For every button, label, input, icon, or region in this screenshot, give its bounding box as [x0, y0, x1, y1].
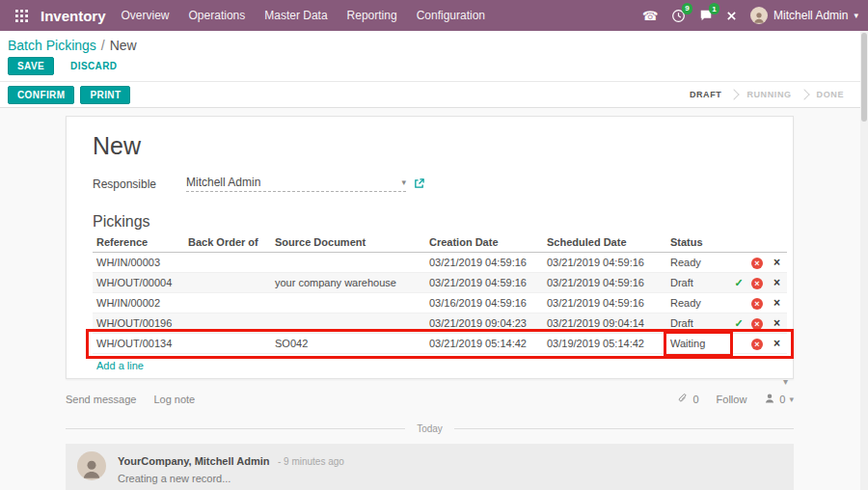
- paperclip-icon: [677, 393, 689, 406]
- top-bar: Inventory Overview Operations Master Dat…: [0, 0, 868, 31]
- activity-clock-icon[interactable]: 9: [671, 9, 686, 23]
- check-icon: ✓: [730, 313, 747, 334]
- pickings-heading: Pickings: [93, 213, 785, 231]
- delete-row-icon[interactable]: ×: [773, 276, 780, 289]
- cancel-icon[interactable]: ×: [751, 339, 763, 350]
- cell-creation-date: 03/21/2019 05:14:42: [425, 334, 543, 354]
- confirm-button[interactable]: CONFIRM: [8, 86, 74, 104]
- page-title: New: [93, 132, 785, 160]
- cell-source-document: your company warehouse: [271, 273, 425, 293]
- breadcrumb-current: New: [110, 38, 137, 53]
- responsible-input[interactable]: Mitchell Admin ▾: [186, 176, 406, 192]
- cell-source-document: [271, 313, 425, 334]
- column-header-scheduled-date[interactable]: Scheduled Date: [543, 234, 666, 253]
- check-icon: [730, 253, 747, 273]
- menu-item-overview[interactable]: Overview: [122, 9, 170, 22]
- statusbar-step-running[interactable]: RUNNING: [738, 90, 800, 99]
- table-row[interactable]: WH/IN/00003 03/21/2019 04:59:16 03/21/20…: [93, 253, 787, 273]
- cell-creation-date: 03/21/2019 09:04:23: [425, 313, 543, 334]
- message-badge: 1: [709, 3, 719, 14]
- table-row[interactable]: WH/OUT/00196 03/21/2019 09:04:23 03/21/2…: [93, 313, 787, 334]
- column-header-back-order[interactable]: Back Order of: [184, 234, 271, 253]
- sheet-collapse-chevron-icon[interactable]: ▾: [783, 376, 788, 387]
- message-timestamp: - 9 minutes ago: [278, 456, 344, 467]
- attachment-count: 0: [692, 394, 698, 405]
- messages-icon[interactable]: 1: [699, 9, 713, 22]
- cell-scheduled-date: 03/21/2019 09:04:14: [543, 313, 666, 334]
- menu-item-operations[interactable]: Operations: [189, 9, 246, 22]
- user-avatar: [750, 7, 768, 24]
- follow-button[interactable]: Follow: [717, 394, 747, 405]
- print-button[interactable]: PRINT: [80, 86, 130, 104]
- cell-source-document: [271, 253, 425, 273]
- date-divider: Today: [66, 423, 794, 434]
- form-sheet: New Responsible Mitchell Admin ▾ Picking…: [66, 116, 794, 379]
- discard-button[interactable]: DISCARD: [69, 57, 118, 75]
- breadcrumb-parent[interactable]: Batch Pickings: [8, 38, 96, 53]
- cell-reference: WH/OUT/00196: [93, 313, 184, 334]
- responsible-value: Mitchell Admin: [186, 176, 260, 189]
- cell-creation-date: 03/16/2019 04:59:16: [425, 293, 543, 313]
- responsible-field-row: Responsible Mitchell Admin ▾: [93, 176, 785, 192]
- check-icon: ✓: [730, 273, 747, 293]
- cell-scheduled-date: 03/21/2019 04:59:16: [543, 253, 666, 273]
- column-header-status[interactable]: Status: [666, 234, 730, 253]
- delete-row-icon[interactable]: ×: [773, 296, 780, 310]
- cell-status: Ready: [666, 293, 730, 313]
- breadcrumb-separator: /: [101, 38, 105, 53]
- followers-caret-down-icon: ▾: [789, 395, 794, 404]
- cancel-icon[interactable]: ×: [751, 318, 763, 330]
- cancel-icon[interactable]: ×: [751, 298, 763, 310]
- table-row-highlighted[interactable]: WH/OUT/00134 SO042 03/21/2019 05:14:42 0…: [93, 334, 787, 354]
- column-header-source-document[interactable]: Source Document: [271, 234, 425, 253]
- follower-person-icon: [764, 393, 775, 406]
- log-note-button[interactable]: Log note: [153, 394, 195, 405]
- delete-row-icon[interactable]: ×: [773, 337, 780, 350]
- responsible-label: Responsible: [93, 177, 186, 191]
- cancel-icon[interactable]: ×: [751, 278, 763, 289]
- send-message-button[interactable]: Send message: [66, 394, 136, 405]
- statusbar-step-draft[interactable]: DRAFT: [681, 90, 731, 99]
- app-title: Inventory: [41, 8, 106, 24]
- cell-status-highlighted: Waiting: [666, 334, 730, 354]
- followers-counter[interactable]: 0 ▾: [764, 393, 794, 406]
- apps-grid-icon[interactable]: [10, 10, 33, 22]
- systray: ☎ 9 1 Mitchell Admin ▾: [642, 7, 858, 24]
- cell-reference: WH/IN/00002: [93, 293, 184, 313]
- menu-item-configuration[interactable]: Configuration: [417, 9, 485, 22]
- form-toolbar: CONFIRM PRINT DRAFT RUNNING DONE: [0, 82, 868, 108]
- statusbar-step-done[interactable]: DONE: [808, 90, 853, 99]
- phone-icon[interactable]: ☎: [642, 10, 658, 22]
- add-a-line-link[interactable]: Add a line: [96, 360, 144, 371]
- save-button[interactable]: SAVE: [8, 57, 54, 75]
- message-author: YourCompany, Mitchell Admin: [118, 455, 269, 467]
- cell-reference: WH/IN/00003: [93, 253, 184, 273]
- content-area: New Responsible Mitchell Admin ▾ Picking…: [0, 108, 868, 490]
- attachment-counter[interactable]: 0: [677, 393, 698, 406]
- check-icon: [730, 334, 747, 354]
- cell-scheduled-date: 03/21/2019 04:59:16: [543, 293, 666, 313]
- delete-row-icon[interactable]: ×: [773, 256, 780, 269]
- table-header-row: Reference Back Order of Source Document …: [93, 234, 787, 253]
- cell-reference: WH/OUT/00004: [93, 273, 184, 293]
- activity-badge: 9: [682, 3, 692, 14]
- menu-item-master-data[interactable]: Master Data: [264, 9, 327, 22]
- column-header-creation-date[interactable]: Creation Date: [425, 234, 543, 253]
- delete-row-icon[interactable]: ×: [773, 316, 780, 330]
- systray-cross-icon[interactable]: [726, 11, 737, 21]
- field-caret-down-icon[interactable]: ▾: [401, 177, 406, 187]
- table-row[interactable]: WH/IN/00002 03/16/2019 04:59:16 03/21/20…: [93, 293, 787, 313]
- pickings-table: Reference Back Order of Source Document …: [93, 234, 787, 354]
- follower-count: 0: [779, 394, 785, 405]
- menu-item-reporting[interactable]: Reporting: [347, 9, 397, 22]
- date-divider-label: Today: [417, 423, 443, 434]
- user-menu[interactable]: Mitchell Admin ▾: [750, 7, 858, 24]
- column-header-reference[interactable]: Reference: [93, 234, 184, 253]
- scrollbar-thumb[interactable]: [861, 33, 867, 122]
- external-link-icon[interactable]: [414, 178, 424, 189]
- table-row[interactable]: WH/OUT/00004 your company warehouse 03/2…: [93, 273, 787, 293]
- cell-back-order: [184, 273, 271, 293]
- cancel-icon[interactable]: ×: [751, 258, 763, 269]
- message-avatar: [77, 451, 106, 480]
- caret-down-icon: ▾: [854, 11, 858, 20]
